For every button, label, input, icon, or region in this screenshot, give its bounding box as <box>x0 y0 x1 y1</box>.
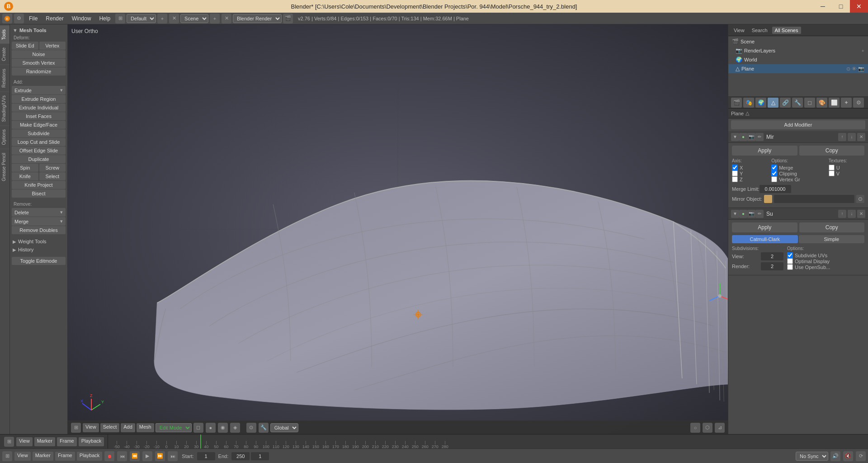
object-tab[interactable]: △ <box>768 98 778 108</box>
render-input[interactable] <box>761 262 783 270</box>
mirror-enabled-icon[interactable]: ● <box>739 133 747 141</box>
noise-btn[interactable]: Noise <box>12 50 66 58</box>
window-menu[interactable]: Window <box>68 14 95 23</box>
view-input[interactable] <box>761 252 783 260</box>
play-icon[interactable]: ▶ <box>142 451 152 461</box>
mesh-select-icon[interactable]: ⬡ <box>703 423 712 433</box>
optimal-display-input[interactable] <box>787 258 793 264</box>
viewport-shade-wire[interactable]: ◻ <box>193 423 203 433</box>
subdiv-down-icon[interactable]: ↓ <box>848 210 856 218</box>
mode-select[interactable]: Edit Mode <box>156 423 192 432</box>
mirror-apply-btn[interactable]: Apply <box>732 146 797 156</box>
add-modifier-btn[interactable]: Add Modifier <box>731 120 865 129</box>
plane-visibility-icon[interactable]: 👁 <box>852 66 857 72</box>
blender-menu-icon[interactable]: B <box>2 14 12 24</box>
close-button[interactable]: ✕ <box>850 0 868 13</box>
vertex-gr-input[interactable] <box>771 176 777 182</box>
skip-end-icon[interactable]: ⏭ <box>168 451 178 461</box>
clipping-input[interactable] <box>771 170 777 176</box>
simple-tab[interactable]: Simple <box>799 235 865 243</box>
subdiv-close-icon[interactable]: ✕ <box>857 210 865 218</box>
weight-tools-toggle[interactable]: ▶ Weight Tools <box>11 237 66 246</box>
end-frame-input[interactable] <box>231 452 250 460</box>
delete-btn[interactable]: Delete ▾ <box>12 208 66 217</box>
mirror-copy-btn[interactable]: Copy <box>799 146 865 156</box>
transform-orientation[interactable]: Global <box>270 423 298 432</box>
subdiv-render-icon[interactable]: 📷 <box>747 210 755 218</box>
add-screen-icon[interactable]: + <box>157 14 167 24</box>
subdivide-uvs-input[interactable] <box>787 252 793 258</box>
mirror-object-picker[interactable]: ⊙ <box>856 195 864 203</box>
timeline-marker-btn[interactable]: Marker <box>34 437 55 446</box>
subdiv-apply-btn[interactable]: Apply <box>732 222 797 232</box>
outliner-renderlayers-row[interactable]: 📷 RenderLayers + <box>728 46 868 55</box>
mesh-viewport[interactable] <box>68 24 728 434</box>
mirror-render-icon[interactable]: 📷 <box>747 133 755 141</box>
slide-edge-btn[interactable]: Slide Ed <box>12 42 38 50</box>
minimize-button[interactable]: ─ <box>814 0 832 13</box>
bisect-btn[interactable]: Bisect <box>12 189 66 198</box>
add-scene-icon[interactable]: + <box>210 14 220 24</box>
remove-doubles-btn[interactable]: Remove Doubles <box>12 226 66 234</box>
shading-uvs-tab[interactable]: Shading/UVs <box>0 91 9 125</box>
toggle-editmode-btn[interactable]: Toggle Editmode <box>12 257 66 265</box>
mirror-down-icon[interactable]: ↓ <box>848 133 856 141</box>
sync-icon[interactable]: ⟳ <box>856 451 866 461</box>
knife-btn[interactable]: Knife <box>12 172 38 180</box>
select-btn-vp[interactable]: Select <box>100 423 120 432</box>
duplicate-btn[interactable]: Duplicate <box>12 155 66 163</box>
delete-scene-icon[interactable]: ✕ <box>222 14 231 24</box>
viewport-shade-render[interactable]: ◈ <box>230 423 240 433</box>
skip-start-icon[interactable]: ⏮ <box>117 451 127 461</box>
viewport-editor-icon[interactable]: ⊞ <box>71 423 81 433</box>
file-menu[interactable]: File <box>25 14 41 23</box>
status-playback-btn[interactable]: Playback <box>77 452 103 461</box>
options-tab[interactable]: Options <box>0 125 9 148</box>
renderlayers-add-icon[interactable]: + <box>862 48 864 53</box>
outliner-world-row[interactable]: 🌍 World <box>728 55 868 64</box>
world-tab[interactable]: 🌍 <box>755 98 766 108</box>
status-marker-btn[interactable]: Marker <box>33 452 53 461</box>
render-icon[interactable]: 🎬 <box>283 14 293 24</box>
outliner-all-scenes-btn[interactable]: All Scenes <box>772 27 801 34</box>
merge-input[interactable] <box>771 165 777 170</box>
step-forward-icon[interactable]: ⏩ <box>155 451 165 461</box>
render-menu[interactable]: Render <box>42 14 67 23</box>
render-engine-select[interactable]: Blender Render <box>233 14 282 23</box>
add-btn-vp[interactable]: Add <box>121 423 135 432</box>
smooth-vertex-btn[interactable]: Smooth Vertex <box>12 59 66 67</box>
create-tab[interactable]: Create <box>0 43 9 65</box>
mirror-edit-icon[interactable]: ✏ <box>755 133 764 141</box>
viewport-shade-mat[interactable]: ◉ <box>218 423 228 433</box>
v-input[interactable] <box>829 170 835 176</box>
status-view-btn[interactable]: View <box>14 452 31 461</box>
select-btn[interactable]: Select <box>39 172 66 180</box>
render-tab[interactable]: 🎬 <box>731 98 742 108</box>
data-tab[interactable]: ◻ <box>804 98 815 108</box>
inset-faces-btn[interactable]: Inset Faces <box>12 112 66 120</box>
subdiv-expand-icon[interactable]: ▼ <box>731 210 739 218</box>
grease-pencil-tab[interactable]: Grease Pencil <box>0 149 9 185</box>
subdiv-copy-btn[interactable]: Copy <box>799 222 865 232</box>
delete-screen-icon[interactable]: ✕ <box>169 14 179 24</box>
history-toggle[interactable]: ▶ History <box>11 246 66 254</box>
spin-btn[interactable]: Spin <box>12 164 38 172</box>
mesh-tools-header[interactable]: ▼ Mesh Tools <box>11 26 66 34</box>
outliner-plane-row[interactable]: △ Plane ⊙ 👁 📷 <box>728 64 868 73</box>
timeline-playback-btn[interactable]: Playback <box>79 437 104 446</box>
make-edge-face-btn[interactable]: Make Edge/Face <box>12 121 66 129</box>
subdiv-edit-icon[interactable]: ✏ <box>755 210 764 218</box>
plane-render-icon[interactable]: 📷 <box>858 66 864 72</box>
use-opensub-input[interactable] <box>787 264 793 270</box>
mesh-btn-vp[interactable]: Mesh <box>137 423 154 432</box>
screen-layout-select[interactable]: Default <box>127 14 156 23</box>
timeline-frame-btn[interactable]: Frame <box>57 437 77 446</box>
screen-layout-icon[interactable]: ⊞ <box>115 14 125 24</box>
timeline-editor-icon[interactable]: ⊞ <box>4 437 14 447</box>
maximize-button[interactable]: □ <box>832 0 850 13</box>
timeline-view-btn[interactable]: View <box>16 437 33 446</box>
help-menu[interactable]: Help <box>95 14 114 23</box>
viewport-shade-solid[interactable]: ● <box>206 423 216 433</box>
current-frame-input[interactable] <box>251 452 269 460</box>
materials-tab[interactable]: 🎨 <box>816 98 827 108</box>
